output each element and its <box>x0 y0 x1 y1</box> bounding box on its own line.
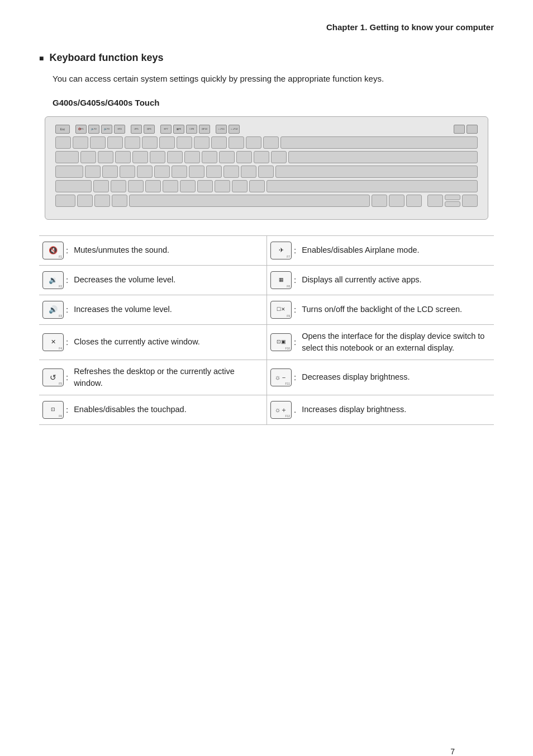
4-key <box>125 136 140 149</box>
f10-key: ⊡F10 <box>199 125 210 134</box>
g-key <box>154 166 170 178</box>
brightness-up-key-icon: ☼＋ F12 <box>270 401 292 419</box>
0-key <box>229 136 244 149</box>
fkey-refresh-row: ↺ F5 : Refreshes the desktop or the curr… <box>39 360 266 395</box>
lbracket-key <box>254 151 269 163</box>
b-key <box>163 180 178 192</box>
up-key <box>445 195 460 200</box>
right-key <box>462 195 478 207</box>
touchpad-description: Enables/disables the touchpad. <box>74 404 187 415</box>
tab-key <box>55 151 79 163</box>
display-switch-key-icon: ⊡▣ F10 <box>270 333 292 351</box>
ralt-key <box>372 195 387 207</box>
l-key <box>223 166 239 178</box>
f11-key: ☼-F11 <box>216 125 227 134</box>
colon-5: : <box>66 305 68 314</box>
v-key <box>145 180 161 192</box>
7-key <box>177 136 192 149</box>
del-key <box>454 125 465 134</box>
close-window-key-icon: ✕ F4 <box>42 333 64 351</box>
a-key <box>85 166 101 178</box>
brightness-up-description: Increases display brightness. <box>302 404 406 415</box>
x-key <box>111 180 126 192</box>
airplane-key-icon: ✈ F7 <box>270 242 292 259</box>
k-key <box>206 166 222 178</box>
backspace-key <box>280 136 478 149</box>
slash-key <box>249 180 265 192</box>
function-key-descriptions: 🔇 F1 : Mutes/unmutes the sound. ✈ F7 : E… <box>39 235 494 425</box>
comma-key <box>215 180 230 192</box>
fkey-vol-down-row: 🔉 F2 : Decreases the volume level. <box>39 266 266 295</box>
alt-key <box>112 195 127 207</box>
airplane-description: Enables/disables Airplane mode. <box>302 244 419 256</box>
9-key <box>211 136 227 149</box>
fkey-brightness-up-row: ☼＋ F12 . Increases display brightness. <box>266 395 494 425</box>
fkey-lcd-backlight-row: ☐✕ F9 : Turns on/off the backlight of th… <box>266 295 494 325</box>
w-key <box>98 151 113 163</box>
rshift-key <box>266 180 478 192</box>
i-key <box>202 151 217 163</box>
c-key <box>128 180 144 192</box>
semicolon-key <box>241 166 256 178</box>
8-key <box>194 136 210 149</box>
space-key <box>129 195 370 207</box>
lcd-backlight-key-icon: ☐✕ F9 <box>270 301 292 319</box>
j-key <box>189 166 204 178</box>
vol-down-key-icon: 🔉 F2 <box>42 271 64 289</box>
colon-6: : <box>294 305 296 314</box>
fkey-brightness-down-row: ☼－ F11 : Decreases display brightness. <box>266 360 494 395</box>
mute-description: Mutes/unmutes the sound. <box>74 244 169 256</box>
colon-7: : <box>66 337 68 347</box>
z-key <box>93 180 109 192</box>
f12-key: ☼+F12 <box>229 125 240 134</box>
e-key <box>115 151 131 163</box>
display-switch-description: Opens the interface for the display devi… <box>302 330 491 354</box>
u-key <box>184 151 200 163</box>
colon-3: : <box>66 275 68 285</box>
f4-key: ✕F4 <box>114 125 125 134</box>
touchpad-key-icon: ⊡ F6 <box>42 401 64 419</box>
minus-key <box>246 136 261 149</box>
esc-key: Esc <box>55 125 70 134</box>
caps-key <box>55 166 83 178</box>
menu-key <box>389 195 404 207</box>
fkey-active-apps-row: ▦ F8 : Displays all currently active app… <box>266 266 494 295</box>
lshift-key <box>55 180 92 192</box>
brightness-down-description: Decreases display brightness. <box>302 371 410 383</box>
keyboard-illustration: Esc 🔇F1 🔉F2 🔊F3 ✕F4 ↺F5 ⊡F6 ✈F7 ▦F8 ☐F9 … <box>45 116 488 220</box>
m-key <box>197 180 213 192</box>
f6-key: ⊡F6 <box>144 125 155 134</box>
vol-up-description: Increases the volume level. <box>74 304 172 315</box>
fkey-vol-up-row: 🔊 F3 : Increases the volume level. <box>39 295 266 325</box>
enter-key <box>275 166 478 178</box>
refresh-key-icon: ↺ F5 <box>42 368 64 386</box>
p-key <box>236 151 252 163</box>
f1-key: 🔇F1 <box>75 125 87 134</box>
fkey-mute-row: 🔇 F1 : Mutes/unmutes the sound. <box>39 236 266 266</box>
rctrl-key <box>406 195 422 207</box>
d-key <box>120 166 135 178</box>
backtick-key <box>55 136 71 149</box>
r-key <box>132 151 148 163</box>
vol-up-key-icon: 🔊 F3 <box>42 301 64 319</box>
colon-1: : <box>66 245 68 255</box>
colon-12: . <box>294 405 296 414</box>
f2-key: 🔉F2 <box>88 125 99 134</box>
f-key <box>137 166 153 178</box>
section-title: Keyboard function keys <box>39 52 494 64</box>
fn-key <box>55 195 75 207</box>
f8-key: ▦F8 <box>173 125 184 134</box>
quote-key <box>258 166 274 178</box>
page-number: 7 <box>450 747 455 756</box>
period-key <box>232 180 248 192</box>
rbracket-key <box>271 151 287 163</box>
colon-4: : <box>294 275 296 285</box>
colon-9: : <box>66 372 68 382</box>
fkey-close-window-row: ✕ F4 : Closes the currently active windo… <box>39 325 266 360</box>
fkey-airplane-row: ✈ F7 : Enables/disables Airplane mode. <box>266 236 494 266</box>
lcd-backlight-description: Turns on/off the backlight of the LCD sc… <box>302 304 462 315</box>
active-apps-description: Displays all currently active apps. <box>302 274 421 286</box>
s-key <box>102 166 118 178</box>
ins-key <box>467 125 478 134</box>
2-key <box>90 136 106 149</box>
